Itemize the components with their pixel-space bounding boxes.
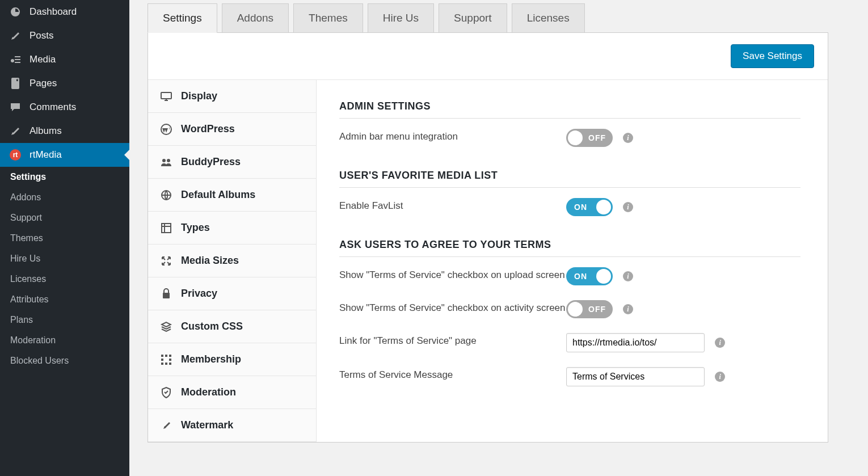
menu-albums[interactable]: Albums xyxy=(0,119,129,143)
settings-panel: Save Settings Display WordPress BuddyPre… xyxy=(148,32,828,443)
field-label: Link for "Terms of Service" page xyxy=(339,333,566,347)
field-label: Show "Terms of Service" checkbox on acti… xyxy=(339,300,566,314)
toggle-admin-bar[interactable]: OFF xyxy=(566,129,613,147)
settings-side-nav: Display WordPress BuddyPress Default Alb… xyxy=(148,80,317,442)
info-icon[interactable]: i xyxy=(715,338,725,348)
wp-admin-sidebar: Dashboard Posts Media Pages Comments Alb… xyxy=(0,0,129,476)
section-terms-title: ASK USERS TO AGREE TO YOUR TERMS xyxy=(339,239,800,257)
submenu-hireus[interactable]: Hire Us xyxy=(0,248,129,269)
rtmedia-icon: rt xyxy=(8,149,23,161)
css-icon xyxy=(159,321,173,332)
toggle-terms-activity[interactable]: OFF xyxy=(566,300,613,318)
input-terms-link[interactable] xyxy=(566,333,705,352)
toggle-terms-upload[interactable]: ON xyxy=(566,267,613,285)
info-icon[interactable]: i xyxy=(623,271,633,281)
svg-rect-11 xyxy=(169,355,171,357)
svg-rect-12 xyxy=(161,359,163,361)
buddypress-icon xyxy=(159,157,173,168)
section-admin-title: ADMIN SETTINGS xyxy=(339,100,800,119)
field-label: Admin bar menu integration xyxy=(339,129,566,142)
main-content: Settings Addons Themes Hire Us Support L… xyxy=(129,0,868,476)
menu-dashboard[interactable]: Dashboard xyxy=(0,0,129,24)
menu-label: Dashboard xyxy=(30,6,77,18)
membership-icon xyxy=(159,354,173,365)
submenu-blocked[interactable]: Blocked Users xyxy=(0,351,129,371)
tab-settings[interactable]: Settings xyxy=(148,3,217,33)
media-icon xyxy=(8,53,23,66)
svg-point-0 xyxy=(11,59,14,62)
submenu-plans[interactable]: Plans xyxy=(0,310,129,330)
info-icon[interactable]: i xyxy=(623,133,633,143)
shield-icon xyxy=(159,387,173,398)
submenu-themes[interactable]: Themes xyxy=(0,228,129,248)
wordpress-icon xyxy=(159,124,173,135)
info-icon[interactable]: i xyxy=(623,202,633,212)
submenu-attributes[interactable]: Attributes xyxy=(0,289,129,310)
svg-rect-10 xyxy=(165,355,167,357)
menu-label: Pages xyxy=(30,78,57,89)
menu-rtmedia[interactable]: rt rtMedia xyxy=(0,143,129,167)
field-admin-bar: Admin bar menu integration OFF i xyxy=(339,129,800,147)
snav-privacy[interactable]: Privacy xyxy=(148,277,316,310)
section-favlist-title: USER'S FAVORITE MEDIA LIST xyxy=(339,170,800,188)
pin-icon xyxy=(159,420,173,431)
snav-wordpress[interactable]: WordPress xyxy=(148,113,316,146)
submenu-support[interactable]: Support xyxy=(0,208,129,228)
pin-icon xyxy=(8,30,23,42)
settings-form: ADMIN SETTINGS Admin bar menu integratio… xyxy=(317,80,828,442)
submenu-settings[interactable]: Settings xyxy=(0,167,129,187)
submenu-moderation[interactable]: Moderation xyxy=(0,330,129,351)
field-terms-upload: Show "Terms of Service" checkbox on uplo… xyxy=(339,267,800,285)
snav-default-albums[interactable]: Default Albums xyxy=(148,179,316,212)
menu-label: Albums xyxy=(30,125,62,137)
toggle-favlist[interactable]: ON xyxy=(566,198,613,216)
svg-rect-9 xyxy=(161,355,163,357)
info-icon[interactable]: i xyxy=(623,304,633,314)
menu-comments[interactable]: Comments xyxy=(0,95,129,119)
snav-display[interactable]: Display xyxy=(148,80,316,113)
menu-posts[interactable]: Posts xyxy=(0,24,129,48)
dashboard-icon xyxy=(8,6,23,18)
snav-types[interactable]: Types xyxy=(148,212,316,245)
input-terms-message[interactable] xyxy=(566,367,705,386)
tab-licenses[interactable]: Licenses xyxy=(512,3,585,33)
svg-rect-13 xyxy=(169,359,171,361)
lock-icon xyxy=(159,288,173,300)
menu-media[interactable]: Media xyxy=(0,48,129,71)
tab-themes[interactable]: Themes xyxy=(293,3,363,33)
pages-icon xyxy=(8,77,23,90)
snav-moderation[interactable]: Moderation xyxy=(148,376,316,409)
submenu-addons[interactable]: Addons xyxy=(0,187,129,208)
svg-rect-14 xyxy=(161,363,163,365)
field-terms-link: Link for "Terms of Service" page i xyxy=(339,333,800,352)
snav-watermark[interactable]: Watermark xyxy=(148,409,316,442)
display-icon xyxy=(159,91,173,102)
tab-support[interactable]: Support xyxy=(439,3,507,33)
sizes-icon xyxy=(159,255,173,267)
comments-icon xyxy=(8,101,23,113)
menu-label: Comments xyxy=(30,102,76,113)
snav-media-sizes[interactable]: Media Sizes xyxy=(148,245,316,277)
field-terms-message: Terms of Service Message i xyxy=(339,367,800,386)
menu-pages[interactable]: Pages xyxy=(0,71,129,95)
submenu-licenses[interactable]: Licenses xyxy=(0,269,129,289)
snav-custom-css[interactable]: Custom CSS xyxy=(148,310,316,343)
tab-addons[interactable]: Addons xyxy=(222,3,289,33)
menu-label: rtMedia xyxy=(30,149,62,161)
globe-icon xyxy=(159,189,173,201)
menu-label: Posts xyxy=(30,30,54,41)
info-icon[interactable]: i xyxy=(715,372,725,382)
field-label: Enable FavList xyxy=(339,198,566,212)
field-terms-activity: Show "Terms of Service" checkbox on acti… xyxy=(339,300,800,318)
snav-membership[interactable]: Membership xyxy=(148,343,316,376)
field-favlist: Enable FavList ON i xyxy=(339,198,800,216)
save-settings-button[interactable]: Save Settings xyxy=(731,44,814,68)
save-bar: Save Settings xyxy=(148,33,828,80)
svg-point-5 xyxy=(167,159,170,162)
snav-buddypress[interactable]: BuddyPress xyxy=(148,146,316,179)
field-label: Show "Terms of Service" checkbox on uplo… xyxy=(339,267,566,281)
tab-hireus[interactable]: Hire Us xyxy=(368,3,434,33)
svg-rect-8 xyxy=(163,293,170,298)
field-label: Terms of Service Message xyxy=(339,367,566,381)
svg-rect-2 xyxy=(161,92,171,99)
